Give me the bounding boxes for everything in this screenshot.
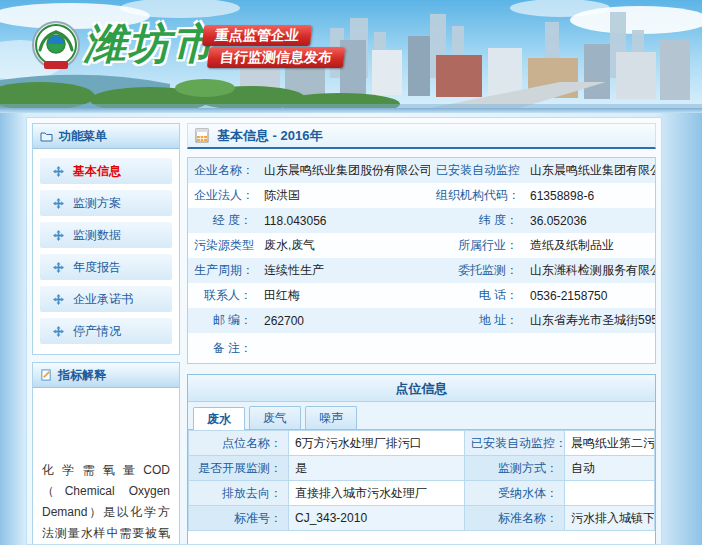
- tab-noise[interactable]: 噪声: [305, 406, 357, 429]
- field-value: 0536-2158750: [524, 283, 655, 308]
- field-value: 118.043056: [258, 208, 430, 233]
- section-header: 基本信息 - 2016年: [187, 123, 656, 149]
- field-label: 所属行业：: [430, 233, 524, 258]
- sidebar-item-label: 停产情况: [73, 323, 121, 340]
- field-value: [565, 481, 655, 506]
- table-row: 备 注：: [188, 333, 655, 363]
- field-label: 标准名称：: [465, 506, 565, 531]
- function-menu-header: 功能菜单: [33, 124, 179, 149]
- table-row: 经 度： 118.043056 纬 度： 36.052036: [188, 208, 655, 233]
- field-value: 61358898-6: [524, 183, 655, 208]
- sidebar-item-annual-report[interactable]: 年度报告: [40, 254, 172, 280]
- folder-icon: [40, 131, 53, 142]
- function-menu-panel: 功能菜单 基本信息 监测方案: [32, 123, 180, 355]
- field-label: 组织机构代码：: [430, 183, 524, 208]
- indicator-panel: 指标解释 化学需氧量COD（Chemical Oxygen Demand）是以化…: [32, 362, 180, 545]
- tab-waste-gas[interactable]: 废气: [249, 406, 301, 429]
- field-label: 排放去向：: [189, 481, 289, 506]
- field-value: 262700: [258, 308, 430, 333]
- field-label: 标准号：: [189, 506, 289, 531]
- indicator-text: 化学需氧量COD（Chemical Oxygen Demand）是以化学方法测量…: [33, 388, 179, 545]
- function-menu-title: 功能菜单: [59, 128, 107, 145]
- field-label: 经 度：: [188, 208, 258, 233]
- sidebar-item-monitor-data[interactable]: 监测数据: [40, 222, 172, 248]
- basic-info-table: 企业名称： 山东晨鸣纸业集团股份有限公司 已安装自动监控： 山东晨鸣纸业集团有限…: [188, 158, 655, 363]
- field-value: 是: [289, 456, 465, 481]
- field-value: 6万方污水处理厂排污口: [289, 431, 465, 456]
- field-value: CJ_343-2010: [289, 506, 465, 531]
- sidebar-item-basic-info[interactable]: 基本信息: [40, 158, 172, 184]
- table-row: 企业名称： 山东晨鸣纸业集团股份有限公司 已安装自动监控： 山东晨鸣纸业集团有限…: [188, 158, 655, 183]
- move-arrows-icon: [53, 326, 64, 337]
- sidebar-item-label: 年度报告: [73, 259, 121, 276]
- table-row: 排放去向： 直接排入城市污水处理厂 受纳水体：: [189, 481, 655, 506]
- field-label: 生产周期：: [188, 258, 258, 283]
- page-title: 基本信息 - 2016年: [217, 127, 322, 145]
- field-label: 企业法人：: [188, 183, 258, 208]
- field-value: 田红梅: [258, 283, 430, 308]
- field-label: 污染源类型：: [188, 233, 258, 258]
- field-value: [258, 333, 655, 363]
- banner-badge-1: 重点监管企业: [202, 25, 312, 46]
- banner-divider: [0, 108, 702, 113]
- field-label: 纬 度：: [430, 208, 524, 233]
- indicator-title: 指标解释: [58, 367, 106, 384]
- table-row: 是否开展监测： 是 监测方式： 自动: [189, 456, 655, 481]
- field-value: 陈洪国: [258, 183, 430, 208]
- table-row: 企业法人： 陈洪国 组织机构代码： 61358898-6: [188, 183, 655, 208]
- site-title: 潍坊市: [84, 16, 216, 72]
- top-banner: 潍坊市 重点监管企业 自行监测信息发布: [0, 0, 702, 108]
- field-value: 山东晨鸣纸业集团有限公司: [524, 158, 655, 183]
- move-arrows-icon: [53, 262, 64, 273]
- field-label: 邮 编：: [188, 308, 258, 333]
- field-label: 备 注：: [188, 333, 258, 363]
- point-table-1: 点位名称： 6万方污水处理厂排污口 已安装自动监控： 晨鸣纸业第二污水处理厂 是…: [188, 430, 655, 531]
- sidebar-item-label: 监测方案: [73, 195, 121, 212]
- sidebar-item-label: 监测数据: [73, 227, 121, 244]
- banner-badge-2: 自行监测信息发布: [207, 47, 345, 68]
- page-content: 功能菜单 基本信息 监测方案: [26, 117, 662, 545]
- table-row: 邮 编： 262700 地 址： 山东省寿光市圣城街595号: [188, 308, 655, 333]
- sidebar-item-monitor-plan[interactable]: 监测方案: [40, 190, 172, 216]
- field-label: 企业名称：: [188, 158, 258, 183]
- field-label: 已安装自动监控：: [430, 158, 524, 183]
- sidebar: 功能菜单 基本信息 监测方案: [32, 123, 180, 539]
- field-label: 是否开展监测：: [189, 456, 289, 481]
- field-label: 电 话：: [430, 283, 524, 308]
- field-label: 已安装自动监控：: [465, 431, 565, 456]
- field-value: 山东省寿光市圣城街595号: [524, 308, 655, 333]
- epa-logo: [30, 20, 82, 74]
- tab-wastewater[interactable]: 废水: [193, 407, 245, 430]
- sidebar-item-label: 基本信息: [73, 163, 121, 180]
- table-row: 标准号： CJ_343-2010 标准名称： 污水排入城镇下水道水质标准: [189, 506, 655, 531]
- move-arrows-icon: [53, 198, 64, 209]
- field-label: 监测方式：: [465, 456, 565, 481]
- field-label: 点位名称：: [189, 431, 289, 456]
- sidebar-item-shutdown-status[interactable]: 停产情况: [40, 318, 172, 344]
- field-value: 山东潍科检测服务有限公司: [524, 258, 655, 283]
- field-label: 联系人：: [188, 283, 258, 308]
- table-row: 联系人： 田红梅 电 话： 0536-2158750: [188, 283, 655, 308]
- field-value: 造纸及纸制品业: [524, 233, 655, 258]
- table-row: 生产周期： 连续性生产 委托监测： 山东潍科检测服务有限公司: [188, 258, 655, 283]
- main-content: 基本信息 - 2016年 企业名称： 山东晨鸣纸业集团股份有限公司 已安装自动监…: [187, 123, 656, 539]
- table-row: 点位名称： 6万方污水处理厂排污口 已安装自动监控： 晨鸣纸业第二污水处理厂: [189, 431, 655, 456]
- field-value: 直接排入城市污水处理厂: [289, 481, 465, 506]
- move-arrows-icon: [53, 166, 64, 177]
- clipboard-icon: [195, 128, 209, 143]
- field-value: 山东晨鸣纸业集团股份有限公司: [258, 158, 430, 183]
- point-tabs: 废水 废气 噪声: [188, 402, 655, 430]
- sidebar-item-label: 企业承诺书: [73, 291, 133, 308]
- notepad-icon: [40, 369, 52, 381]
- point-table-gap: [188, 531, 655, 545]
- field-label: 委托监测：: [430, 258, 524, 283]
- function-menu-list: 基本信息 监测方案 监测数据: [33, 149, 179, 354]
- field-value: 废水,废气: [258, 233, 430, 258]
- move-arrows-icon: [53, 230, 64, 241]
- field-label: 受纳水体：: [465, 481, 565, 506]
- sidebar-item-commitment[interactable]: 企业承诺书: [40, 286, 172, 312]
- point-info-title: 点位信息: [188, 375, 655, 402]
- move-arrows-icon: [53, 294, 64, 305]
- field-value: 晨鸣纸业第二污水处理厂: [565, 431, 655, 456]
- field-value: 污水排入城镇下水道水质标准: [565, 506, 655, 531]
